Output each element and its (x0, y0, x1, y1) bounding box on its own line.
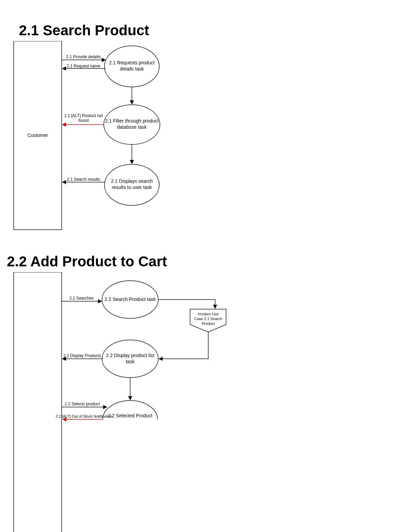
node-requests-product-label-1: 2.1 Requests product (109, 60, 154, 65)
invokes-label-1: Invokes Use (198, 312, 219, 316)
edge-product-not-found-label-2: found (78, 118, 89, 123)
invokes-label-2: Case 2.1 Search (194, 317, 222, 321)
node-filter-db-label-2: databsse task (117, 124, 147, 130)
node-display-results-label-1: 2.1 Displays search (111, 178, 153, 184)
node-filter-db-label-1: 2.1 Filter through product (105, 118, 159, 124)
node-display-list-label-2: task (126, 359, 135, 364)
edge-request-name-label: 2.1 Request name (67, 64, 100, 68)
edge-searches-label: 2.2 Searches (70, 296, 94, 301)
node-search-product-label: 2.2 Search Product task (104, 296, 156, 302)
section-title-1: 2.1 Search Product (19, 22, 149, 39)
invokes-label-3: Product (202, 321, 215, 326)
edge-product-not-found-label-1: 2.1 [ALT] Product not (64, 113, 103, 118)
edge-n1-invokes (158, 300, 215, 308)
edge-invokes-n2 (159, 332, 208, 359)
actor-rect-2 (14, 272, 62, 532)
edge-provide-details-label: 2.1 Provide detaiils (66, 54, 101, 59)
node-display-list-label-1: 2.2 Display product list (106, 353, 154, 358)
diagram-2-2: 2.2 Search Product task Invokes Use Case… (0, 272, 411, 532)
edge-search-results-label: 2.1 Search results (67, 177, 100, 182)
diagram-2-1: Customer 2.1 Requests product details ta… (0, 41, 411, 253)
section-title-2: 2.2 Add Product to Cart (7, 253, 167, 270)
node-requests-product-label-2: details task (120, 66, 144, 72)
node-display-results-label-2: results to user task (112, 185, 152, 190)
edge-selects-product-label: 2.2 Selects product (65, 402, 100, 406)
actor-label: Customer (27, 132, 48, 138)
edge-out-of-stock-label: 2.2 [ALT] Out of Stock Notification (56, 414, 112, 418)
node-selected-product-label-1: 2.2 Selected Product (108, 413, 152, 418)
edge-display-products-label: 2.2 Display Products (63, 353, 101, 358)
